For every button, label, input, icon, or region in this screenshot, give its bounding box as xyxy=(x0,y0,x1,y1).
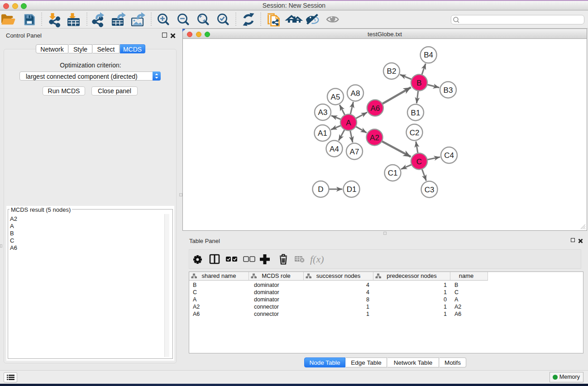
svg-text:A6: A6 xyxy=(370,104,380,113)
svg-text:C3: C3 xyxy=(425,186,435,194)
svg-text:C2: C2 xyxy=(410,129,420,137)
svg-text:A4: A4 xyxy=(330,145,339,153)
svg-text:C1: C1 xyxy=(388,169,398,177)
svg-text:A: A xyxy=(346,119,351,127)
svg-text:B4: B4 xyxy=(424,51,433,59)
svg-text:D1: D1 xyxy=(347,185,357,194)
svg-text:A5: A5 xyxy=(331,93,340,101)
svg-text:f(x): f(x) xyxy=(310,253,324,265)
svg-text:B: B xyxy=(416,79,421,87)
svg-text:B2: B2 xyxy=(387,67,397,76)
svg-text:B1: B1 xyxy=(411,109,421,117)
svg-text:A3: A3 xyxy=(318,108,328,117)
svg-text:A1: A1 xyxy=(318,129,327,138)
svg-text:C4: C4 xyxy=(444,151,454,160)
svg-text:A7: A7 xyxy=(350,148,359,156)
svg-text:D: D xyxy=(318,185,323,194)
svg-text:A2: A2 xyxy=(370,133,379,142)
svg-text:A8: A8 xyxy=(351,89,360,98)
svg-text:B3: B3 xyxy=(444,86,453,95)
svg-text:C: C xyxy=(416,157,422,166)
